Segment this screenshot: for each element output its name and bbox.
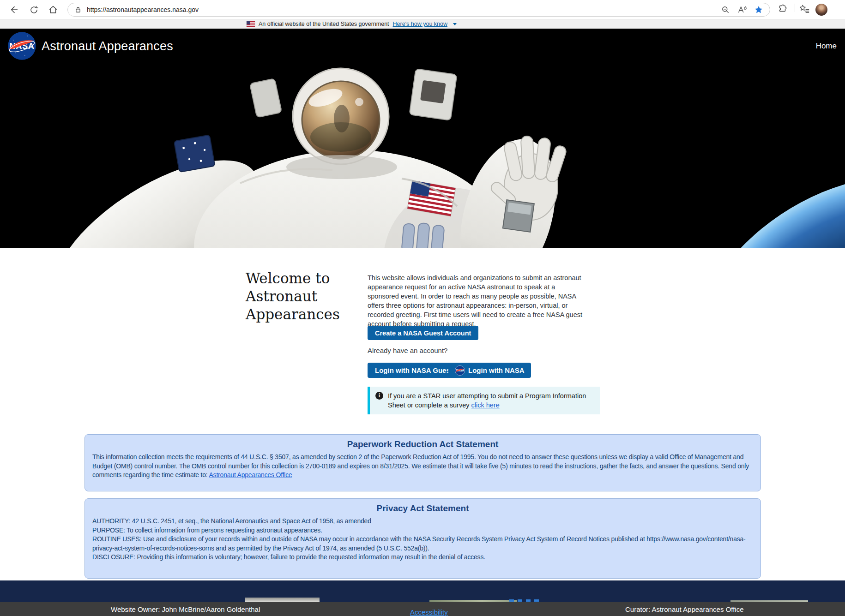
already-have-account-text: Already have an account?	[368, 347, 447, 354]
us-flag-icon	[247, 21, 255, 27]
browser-chrome: https://astronautappearances.nasa.gov	[0, 0, 845, 19]
welcome-heading-line2: Astronaut	[246, 287, 356, 305]
privacy-title: Privacy Act Statement	[92, 503, 753, 514]
privacy-purpose: PURPOSE: To collect information from per…	[92, 526, 753, 535]
welcome-heading-line1: Welcome to	[246, 269, 356, 287]
lock-icon	[74, 6, 82, 14]
create-guest-account-button[interactable]: Create a NASA Guest Account	[368, 326, 478, 340]
info-icon: i	[375, 392, 383, 400]
gov-banner-text: An official website of the United States…	[259, 21, 389, 27]
footer-bar: Website Owner: John McBrine/Aaron Golden…	[0, 602, 845, 616]
welcome-heading-line3: Appearances	[246, 305, 356, 323]
refresh-icon	[29, 5, 39, 15]
paperwork-title: Paperwork Reduction Act Statement	[92, 439, 753, 449]
nav-home-link[interactable]: Home	[816, 42, 837, 51]
browser-extensions-icon	[778, 4, 788, 14]
privacy-routine-uses: ROUTINE USES: Use and disclosure of your…	[92, 535, 753, 553]
read-aloud-icon[interactable]	[737, 5, 747, 14]
home-icon	[48, 5, 58, 15]
footer-link-fragment	[509, 599, 543, 602]
home-button[interactable]	[47, 4, 59, 16]
address-bar[interactable]: https://astronautappearances.nasa.gov	[67, 3, 770, 17]
favorite-star-icon[interactable]	[754, 5, 763, 14]
page: https://astronautappearances.nasa.gov An…	[0, 0, 845, 616]
toolbar-divider	[791, 4, 799, 12]
accessibility-link[interactable]: Accessibility	[410, 608, 448, 616]
intro-paragraph: This website allows individuals and orga…	[368, 273, 585, 329]
click-here-link[interactable]: click here	[471, 401, 500, 409]
login-nasa-label: Login with NASA	[468, 366, 525, 374]
zoom-out-icon[interactable]	[721, 5, 730, 14]
profile-button[interactable]	[815, 4, 827, 16]
login-nasa-button[interactable]: NASA Login with NASA	[448, 363, 531, 378]
chevron-down-icon[interactable]	[453, 23, 457, 25]
url-text[interactable]: https://astronautappearances.nasa.gov	[87, 6, 721, 13]
page-title: Astronaut Appearances	[42, 39, 173, 53]
privacy-authority: AUTHORITY: 42 U.S.C. 2451, et seq., the …	[92, 517, 753, 526]
nasa-logo: NASA	[7, 31, 36, 60]
welcome-heading: Welcome to Astronaut Appearances	[246, 269, 356, 323]
back-button[interactable]	[8, 4, 20, 16]
profile-avatar	[815, 4, 827, 16]
star-user-notice: i If you are a STAR user attempting to s…	[368, 387, 600, 414]
paperwork-reduction-statement: Paperwork Reduction Act Statement This i…	[84, 434, 761, 491]
browser-extensions-button[interactable]	[778, 4, 788, 14]
page-footer: Website Owner: John McBrine/Aaron Golden…	[0, 580, 845, 616]
nasa-meatball-icon: NASA	[455, 365, 465, 376]
back-icon	[9, 5, 19, 15]
favorites-button[interactable]	[799, 4, 810, 14]
paperwork-body: This information collection meets the re…	[92, 453, 749, 478]
privacy-act-statement: Privacy Act Statement AUTHORITY: 42 U.S.…	[84, 498, 761, 579]
astronaut-appearances-office-link[interactable]: Astronaut Appearances Office	[209, 471, 292, 478]
hero-astronaut-image	[0, 63, 845, 248]
favorites-icon	[799, 4, 810, 14]
footer-owner-text: Website Owner: John McBrine/Aaron Golden…	[111, 605, 260, 613]
login-nasa-guest-button[interactable]: Login with NASA Guest	[368, 363, 460, 378]
footer-curator-text: Curator: Astronaut Appearances Office	[625, 605, 744, 613]
refresh-button[interactable]	[28, 4, 40, 16]
privacy-disclosure: DISCLOSURE: Providing this information i…	[92, 553, 753, 562]
site-header: NASA Astronaut Appearances Home	[0, 29, 845, 63]
gov-banner: An official website of the United States…	[0, 19, 845, 29]
gov-banner-link[interactable]: Here's how you know	[393, 21, 447, 27]
